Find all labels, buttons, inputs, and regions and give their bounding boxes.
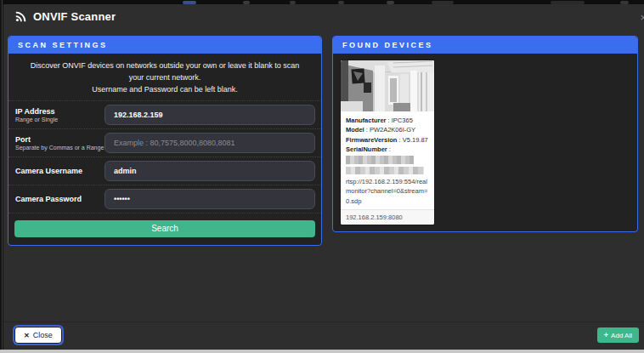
device-manufacturer: Manufacturer : IPC365	[346, 116, 429, 125]
add-all-button-label: Add All	[611, 332, 632, 339]
camera-username-input[interactable]	[105, 161, 315, 181]
plus-icon: +	[604, 331, 608, 339]
camera-username-label: Camera Username	[15, 167, 105, 175]
camera-password-label: Camera Password	[15, 195, 105, 203]
scan-description-line1: Discover ONVIF devices on networks outsi…	[24, 60, 306, 84]
onvif-scanner-modal: ONVIF Scanner × SCAN SETTINGS Discover O…	[3, 4, 644, 350]
device-firmware: FirmwareVersion : V5.19.87	[346, 135, 429, 145]
scan-settings-panel: SCAN SETTINGS Discover ONVIF devices on …	[8, 36, 322, 246]
device-serial: SerialNumber :	[346, 145, 429, 154]
device-info: Manufacturer : IPC365 Model : PW2A2K06I-…	[341, 111, 434, 209]
device-card[interactable]: Manufacturer : IPC365 Model : PW2A2K06I-…	[341, 60, 434, 225]
ip-address-input[interactable]	[105, 105, 315, 125]
modal-footer: ✕ Close + Add All	[3, 322, 644, 350]
close-button[interactable]: ✕ Close	[14, 327, 62, 344]
port-label-group: Port Separate by Commas or a Range	[14, 135, 105, 151]
form-row-camera-username: Camera Username	[8, 157, 321, 185]
broadcast-scan-icon	[15, 11, 26, 22]
background-page-left-edge	[0, 0, 3, 353]
found-devices-header: FOUND DEVICES	[333, 37, 637, 54]
port-label: Port	[15, 135, 105, 144]
scan-settings-header: SCAN SETTINGS	[8, 37, 321, 54]
search-button[interactable]: Search	[14, 220, 315, 237]
device-address: 192.168.2.159:8080	[341, 209, 434, 225]
redacted-hardware-line	[346, 167, 424, 174]
form-row-port: Port Separate by Commas or a Range	[8, 129, 321, 157]
camera-username-label-group: Camera Username	[14, 167, 105, 175]
camera-password-label-group: Camera Password	[14, 195, 105, 203]
ip-address-sublabel: Range or Single	[15, 117, 105, 122]
form-row-camera-password: Camera Password	[8, 185, 321, 214]
close-x-icon: ✕	[24, 332, 30, 339]
redacted-serial-value	[346, 156, 414, 164]
camera-snapshot-thumbnail	[341, 60, 434, 111]
found-devices-panel: FOUND DEVICES	[332, 36, 638, 232]
device-rtsp-url: rtsp://192.168.2.159:554/realmonitor?cha…	[346, 177, 429, 206]
port-input[interactable]	[105, 133, 315, 153]
modal-close-icon[interactable]: ×	[640, 12, 644, 23]
background-page-bottom-edge	[0, 350, 644, 353]
modal-body: SCAN SETTINGS Discover ONVIF devices on …	[3, 28, 644, 322]
modal-header: ONVIF Scanner ×	[3, 4, 644, 28]
close-button-label: Close	[33, 331, 53, 339]
devices-list: Manufacturer : IPC365 Model : PW2A2K06I-…	[333, 54, 637, 231]
device-model: Model : PW2A2K06I-GY	[346, 125, 429, 134]
ip-address-label: IP Address	[15, 107, 105, 116]
camera-password-input[interactable]	[105, 189, 315, 209]
screen: ONVIF Scanner × SCAN SETTINGS Discover O…	[0, 0, 644, 353]
form-row-ip-address: IP Address Range or Single	[8, 100, 321, 129]
scan-description-line2: Username and Password can be left blank.	[24, 84, 306, 96]
add-all-button[interactable]: + Add All	[597, 327, 639, 343]
ip-address-label-group: IP Address Range or Single	[14, 107, 105, 122]
scan-description: Discover ONVIF devices on networks outsi…	[8, 54, 321, 100]
modal-title: ONVIF Scanner	[33, 10, 116, 23]
port-sublabel: Separate by Commas or a Range	[15, 145, 105, 151]
